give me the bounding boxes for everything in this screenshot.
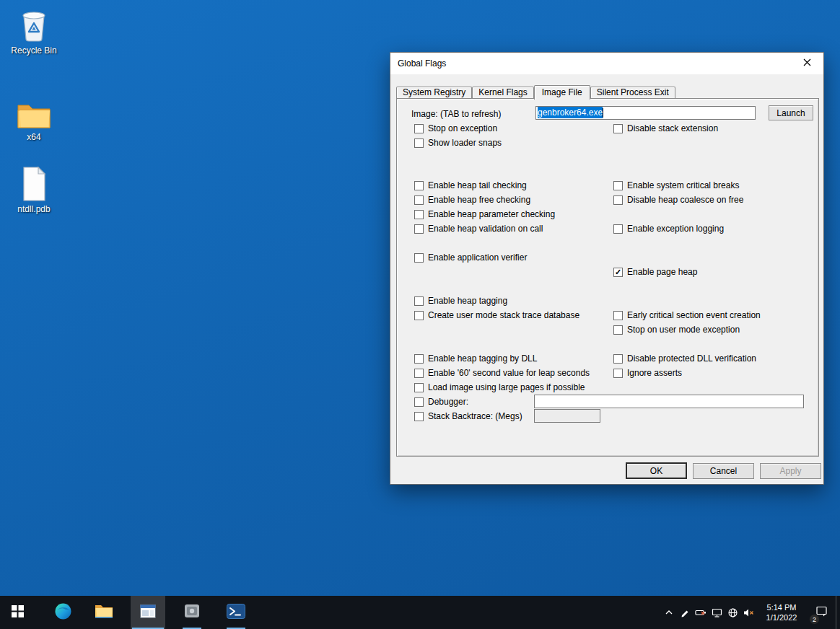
checkbox-box [414,138,424,148]
checkbox-box [414,354,424,364]
checkbox-enable-heap-free-checking[interactable]: Enable heap free checking [414,195,530,205]
display-icon[interactable] [709,596,725,629]
checkbox-box [414,311,424,320]
desktop-icon-recycle-bin[interactable]: Recycle Bin [3,4,65,56]
checkbox-box [613,325,623,335]
dialog-title: Global Flags [390,58,446,69]
checkbox-box [414,412,424,421]
checkbox-ignore-asserts[interactable]: Ignore asserts [613,368,682,378]
checkbox-enable-exception-logging[interactable]: Enable exception logging [613,224,724,234]
battery-icon[interactable] [693,596,709,629]
secondary-app-button[interactable] [175,596,209,629]
taskbar: 5:14 PM 1/1/2022 2 [0,596,840,629]
folder-icon [3,91,65,130]
file-explorer-button[interactable] [87,596,121,629]
checkbox-early-critical-section-event-creation[interactable]: Early critical section event creation [613,310,761,320]
checkbox-box [613,354,623,364]
tab-silent-process-exit[interactable]: Silent Process Exit [590,87,675,98]
hidden-icons-chevron[interactable] [661,596,677,629]
checkbox-load-image-using-large-pages[interactable]: Load image using large pages if possible [414,382,585,392]
image-input-selected-text: genbroker64.exe [538,107,603,118]
checkbox-show-loader-snaps[interactable]: Show loader snaps [414,138,502,148]
document-file-icon [3,163,65,202]
powershell-icon [227,604,245,622]
stack-backtrace-input[interactable] [534,409,600,423]
checkbox-enable-application-verifier[interactable]: Enable application verifier [414,252,527,263]
checkbox-box [414,210,424,219]
checkbox-box [414,397,424,407]
pen-icon[interactable] [677,596,693,629]
checkbox-box [414,195,424,205]
checkbox-box: ✓ [613,268,623,277]
checkbox-enable-heap-tagging[interactable]: Enable heap tagging [414,296,507,306]
desktop-icon-ntdll-pdb[interactable]: ntdll.pdb [3,163,65,214]
checkbox-enable-page-heap[interactable]: ✓ Enable page heap [613,267,697,277]
checkbox-stop-on-user-mode-exception[interactable]: Stop on user mode exception [613,325,740,335]
volume-icon[interactable] [740,596,756,629]
ok-button[interactable]: OK [626,462,687,479]
checkbox-enable-heap-tagging-by-dll[interactable]: Enable heap tagging by DLL [414,353,537,364]
desktop-icon-label: Recycle Bin [3,45,65,56]
taskbar-clock[interactable]: 5:14 PM 1/1/2022 [756,602,807,623]
checkbox-box [414,369,424,378]
checkbox-box [414,383,424,392]
tab-strip: System Registry Kernel Flags Image File … [396,85,675,98]
text-caret [603,108,603,118]
start-button[interactable] [0,596,35,629]
show-desktop-button[interactable] [836,596,840,629]
checkbox-box [414,124,424,133]
image-input[interactable]: genbroker64.exe [535,106,756,120]
edge-icon [54,602,72,623]
checkbox-box [613,181,623,190]
desktop-icon-x64[interactable]: x64 [3,91,65,142]
tab-system-registry[interactable]: System Registry [396,87,472,98]
cancel-button[interactable]: Cancel [693,463,754,479]
desktop-icon-label: x64 [3,132,65,142]
close-button[interactable] [790,53,823,74]
clock-date: 1/1/2022 [761,612,802,623]
checkbox-stack-backtrace-megs[interactable]: Stack Backtrace: (Megs) [414,411,522,421]
checkbox-box [613,195,623,205]
checkbox-enable-heap-validation-on-call[interactable]: Enable heap validation on call [414,224,543,234]
app-icon [184,604,200,621]
desktop-icon-label: ntdll.pdb [3,204,65,214]
checkbox-enable-heap-tail-checking[interactable]: Enable heap tail checking [414,180,527,190]
network-globe-icon[interactable] [725,596,740,629]
gflags-app-button[interactable] [131,596,165,629]
checkbox-box [613,369,623,378]
edge-browser-button[interactable] [45,596,80,629]
checkbox-box [414,224,424,234]
checkbox-box [414,253,424,263]
close-icon [803,58,811,69]
desktop: Recycle Bin x64 ntdll.pdb Global Flags [0,0,840,629]
checkbox-box [613,311,623,320]
app-window-icon [140,604,156,621]
dialog-titlebar[interactable]: Global Flags [390,53,823,74]
checkbox-enable-heap-parameter-checking[interactable]: Enable heap parameter checking [414,209,555,219]
checkbox-box [414,296,424,306]
checkbox-debugger[interactable]: Debugger: [414,397,468,407]
checkbox-disable-stack-extension[interactable]: Disable stack extension [613,123,718,133]
checkbox-box [613,224,623,234]
checkbox-create-user-mode-stack-trace-database[interactable]: Create user mode stack trace database [414,310,579,320]
clock-time: 5:14 PM [761,602,802,612]
image-field-label: Image: (TAB to refresh) [411,109,501,119]
checkbox-box [414,181,424,190]
powershell-button[interactable] [219,596,253,629]
image-file-tab-panel: Image: (TAB to refresh) genbroker64.exe … [396,98,819,457]
action-center-button[interactable]: 2 [807,596,836,629]
checkbox-enable-60-second-value-for-leap-seconds[interactable]: Enable '60' second value for leap second… [414,368,590,378]
global-flags-dialog: Global Flags System Registry Kernel Flag… [390,52,824,485]
file-explorer-icon [95,603,113,622]
apply-button[interactable]: Apply [760,463,821,479]
notification-count-badge: 2 [809,614,820,625]
launch-button[interactable]: Launch [769,105,813,120]
windows-logo-icon [12,605,24,620]
tab-kernel-flags[interactable]: Kernel Flags [472,87,533,98]
tab-image-file[interactable]: Image File [534,85,590,100]
checkbox-stop-on-exception[interactable]: Stop on exception [414,123,497,133]
checkbox-enable-system-critical-breaks[interactable]: Enable system critical breaks [613,180,739,190]
checkbox-disable-protected-dll-verification[interactable]: Disable protected DLL verification [613,353,756,364]
debugger-input[interactable] [534,395,804,408]
checkbox-disable-heap-coalesce-on-free[interactable]: Disable heap coalesce on free [613,195,743,205]
